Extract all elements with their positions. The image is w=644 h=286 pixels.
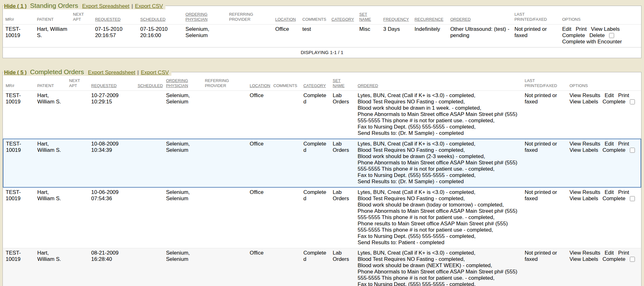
ordered-item: Fax to Nursing Dept. (555) 555-5555 - co… <box>358 124 519 130</box>
column-header-mr: MR# <box>3 10 34 25</box>
option-view-results-link[interactable]: View Results <box>569 141 600 147</box>
column-header-ordering-physician: ORDERING PHYSICIAN <box>164 76 202 91</box>
header-row: MR#PATIENTNEXT APTREQUESTEDSCHEDULEDORDE… <box>3 10 641 25</box>
column-header-ordered: ORDERED <box>448 10 512 25</box>
cell <box>271 91 301 139</box>
cell: TEST-10019 <box>3 25 34 47</box>
sort-link-requested[interactable]: REQUESTED <box>91 83 117 88</box>
option-print-link[interactable]: Print <box>618 250 629 256</box>
option-delete-link[interactable]: Delete <box>589 32 605 38</box>
option-edit-link[interactable]: Edit <box>605 189 614 195</box>
option-view-results-link[interactable]: View Results <box>569 250 600 256</box>
sort-link-requested[interactable]: REQUESTED <box>95 17 120 22</box>
ordered-item: Send Results to: (Dr. M Sample) - comple… <box>358 179 519 185</box>
cell: Hart, William S. <box>35 139 66 187</box>
column-header-requested: REQUESTED <box>92 10 138 25</box>
column-header-set-name: SET NAME <box>330 76 355 91</box>
complete-checkbox[interactable] <box>630 257 635 262</box>
column-header-options: OPTIONS <box>560 10 641 25</box>
sort-link-recurrence[interactable]: RECURRENCE <box>414 17 443 22</box>
completed-export-csv-link[interactable]: Export CSV <box>141 69 169 75</box>
column-header-mr: MR# <box>3 76 35 91</box>
sort-link-ordering-physician[interactable]: ORDERING PHYSICIAN <box>166 78 188 88</box>
cell: Misc <box>357 25 380 47</box>
sort-link-category[interactable]: CATEGORY <box>303 83 326 88</box>
legend-separator: | <box>137 69 139 75</box>
cell <box>202 187 247 248</box>
cell: Indefinitely <box>412 25 448 47</box>
column-header-ordering-physician: ORDERING PHYSICIAN <box>183 10 227 25</box>
standing-orders-legend: Hide ( 1 ) Standing Orders Export Spread… <box>3 2 165 9</box>
ordered-cell: Lytes, BUN, Creat (Call if K+ is <3.0) -… <box>355 187 522 248</box>
option-complete-link[interactable]: Complete <box>602 256 625 262</box>
column-header-patient: PATIENT <box>35 76 66 91</box>
ordered-item: Fax to Nursing Dept. (555) 555-5555 - co… <box>358 233 519 239</box>
ordered-item: Lytes, BUN, Creat (Call if K+ is <3.0) -… <box>358 141 519 147</box>
option-print-link[interactable]: Print <box>576 26 587 32</box>
order-row: TEST-10019Hart, William S.07-15-2010 20:… <box>3 25 641 47</box>
standing-orders-title: Standing Orders <box>30 2 78 9</box>
cell: TEST-10019 <box>3 139 35 187</box>
option-complete-with-encounter-link[interactable]: Complete with Encounter <box>562 39 622 45</box>
option-view-results-link[interactable]: View Results <box>569 189 600 195</box>
completed-export-spreadsheet-link[interactable]: Export Spreadsheet <box>88 69 135 75</box>
option-print-link[interactable]: Print <box>618 141 629 147</box>
complete-checkbox[interactable] <box>630 99 635 104</box>
standing-orders-section: Hide ( 1 ) Standing Orders Export Spread… <box>3 2 641 58</box>
column-header-category: CATEGORY <box>301 76 330 91</box>
option-view-results-link[interactable]: View Results <box>569 92 600 98</box>
sort-link-ordered[interactable]: ORDERED <box>358 83 378 88</box>
sort-link-scheduled[interactable]: SCHEDULED <box>138 83 163 88</box>
cell <box>271 139 301 187</box>
column-header-recurrence: RECURRENCE <box>412 10 448 25</box>
option-view-labels-link[interactable]: View Labels <box>569 195 598 201</box>
ordered-item: Phone results to Main Street office ASAP… <box>358 221 519 233</box>
standing-export-csv-link[interactable]: Export CSV <box>135 3 163 9</box>
option-edit-link[interactable]: Edit <box>605 141 614 147</box>
complete-checkbox[interactable] <box>630 148 635 153</box>
option-edit-link[interactable]: Edit <box>605 92 614 98</box>
ordered-item: Blood Test Requires NO Fasting - complet… <box>358 256 519 262</box>
sort-link-location[interactable]: LOCATION <box>275 17 296 22</box>
sort-link-frequency[interactable]: FREQUENCY <box>383 17 409 22</box>
sort-link-ordered[interactable]: ORDERED <box>450 17 471 22</box>
standing-hide-toggle-link[interactable]: Hide ( 1 ) <box>4 3 27 9</box>
cell: Office <box>247 248 271 286</box>
complete-checkbox[interactable] <box>630 196 635 201</box>
complete-checkbox[interactable] <box>609 33 614 38</box>
column-header-category: CATEGORY <box>329 10 357 25</box>
sort-link-set-name[interactable]: SET NAME <box>359 12 371 22</box>
sort-link-set-name[interactable]: SET NAME <box>333 78 345 88</box>
sort-link-scheduled[interactable]: SCHEDULED <box>140 17 165 22</box>
sort-link-category[interactable]: CATEGORY <box>331 17 354 22</box>
cell: Lab Orders <box>330 139 355 187</box>
completed-orders-section: Hide ( 5 ) Completed Orders Export Sprea… <box>3 68 641 286</box>
option-print-link[interactable]: Print <box>618 189 629 195</box>
option-complete-link[interactable]: Complete <box>562 32 585 38</box>
cell: Not printed or faxed <box>522 248 567 286</box>
column-header-requested: REQUESTED <box>89 76 135 91</box>
option-edit-link[interactable]: Edit <box>562 26 571 32</box>
option-view-labels-link[interactable]: View Labels <box>569 99 598 105</box>
completed-hide-toggle-link[interactable]: Hide ( 5 ) <box>4 69 27 75</box>
column-header-last-printed-faxed: LAST PRINTED/FAXED <box>522 76 567 91</box>
ordered-cell: Lytes, BUN, Creat (Call if K+ is <3.0) -… <box>355 91 522 139</box>
option-complete-link[interactable]: Complete <box>602 99 625 105</box>
cell: Selenium, Selenium <box>164 91 202 139</box>
option-edit-link[interactable]: Edit <box>605 250 614 256</box>
ordered-item: Lytes, BUN, Creat (Call if K+ is <3.0) -… <box>358 250 519 256</box>
option-print-link[interactable]: Print <box>618 92 629 98</box>
cell: Not printed or faxed <box>522 139 567 187</box>
column-header-options: OPTIONS <box>567 76 641 91</box>
option-view-labels-link[interactable]: View Labels <box>569 147 598 153</box>
standing-export-spreadsheet-link[interactable]: Export Spreadsheet <box>82 3 129 9</box>
sort-link-ordering-physician[interactable]: ORDERING PHYSICIAN <box>186 12 208 22</box>
option-complete-link[interactable]: Complete <box>602 195 625 201</box>
ordered-item: Lytes, BUN, Creat (Call if K+ is <3.0) -… <box>358 189 519 195</box>
option-complete-link[interactable]: Complete <box>602 147 625 153</box>
option-view-labels-link[interactable]: View Labels <box>591 26 619 32</box>
cell: Hart, William S. <box>35 187 66 248</box>
option-view-labels-link[interactable]: View Labels <box>569 256 598 262</box>
sort-link-location[interactable]: LOCATION <box>250 83 270 88</box>
completed-orders-title: Completed Orders <box>30 68 84 75</box>
